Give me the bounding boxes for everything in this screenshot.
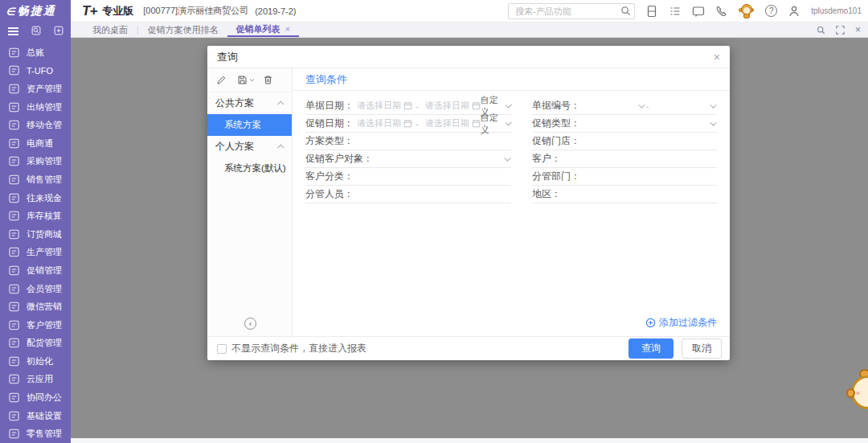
- calendar-icon[interactable]: [472, 101, 481, 110]
- conditions-area: 查询条件 单据日期： 请选择日期 - 请选择日期 自定义: [293, 68, 730, 336]
- calendar-icon[interactable]: [472, 119, 481, 128]
- promotion-customer-target-dropdown[interactable]: [504, 157, 511, 162]
- sidebar-item-member-management[interactable]: 会员管理: [0, 280, 71, 298]
- sidebar-item-basic-settings[interactable]: 基础设置: [0, 407, 71, 425]
- sidebar-item-collaboration[interactable]: 协同办公: [0, 388, 71, 407]
- app-window: ∈ 畅捷通 总账: [0, 0, 868, 443]
- chevron-down-icon[interactable]: [710, 101, 716, 108]
- sidebar-item-wechat-marketing[interactable]: 微信营销: [0, 297, 71, 316]
- tab-my-desktop[interactable]: 我的桌面: [84, 23, 137, 37]
- wechat-icon: [8, 301, 20, 313]
- dialog-title-bar: 查询 ×: [207, 46, 730, 68]
- sidebar-item-purchase-management[interactable]: 采购管理: [0, 153, 71, 171]
- collaboration-icon: [8, 392, 20, 404]
- promotion-type-dropdown[interactable]: [710, 121, 717, 126]
- collapse-panel-icon[interactable]: ‹: [244, 318, 256, 330]
- calendar-icon[interactable]: [403, 101, 412, 110]
- sidebar-menu: 总账 T-UFO 资产管理: [0, 43, 71, 443]
- hamburger-menu-icon[interactable]: [8, 26, 18, 37]
- message-window-icon[interactable]: [692, 5, 705, 18]
- monkey-mascot-icon[interactable]: [739, 3, 755, 19]
- scheme-group-personal[interactable]: 个人方案: [207, 136, 292, 158]
- edit-icon[interactable]: [216, 75, 227, 85]
- mall-icon: [8, 228, 20, 240]
- sidebar-item-initialization[interactable]: 初始化: [0, 352, 71, 371]
- user-icon[interactable]: [788, 5, 800, 18]
- sidebar-item-distribution-management[interactable]: 配货管理: [0, 334, 71, 353]
- field-responsible-department: 分管部门：: [532, 168, 717, 186]
- delete-icon[interactable]: [263, 75, 273, 85]
- dialog-close-icon[interactable]: ×: [714, 51, 720, 63]
- distribution-icon: [8, 337, 20, 349]
- phone-icon[interactable]: [715, 5, 728, 18]
- chevron-down-icon: [504, 154, 510, 161]
- scheme-toolbar: [207, 68, 292, 92]
- scheme-group-public[interactable]: 公共方案: [207, 92, 292, 114]
- sidebar-item-retail-management[interactable]: 零售管理: [0, 425, 71, 443]
- purchase-icon: [8, 155, 20, 167]
- search-panel-icon[interactable]: [31, 26, 41, 38]
- sidebar-item-order-mall[interactable]: 订货商城: [0, 225, 71, 244]
- customer-icon: [8, 319, 20, 331]
- date-end-input[interactable]: 请选择日期: [425, 100, 469, 112]
- sidebar-item-mobile-warehouse[interactable]: 移动仓管: [0, 116, 71, 134]
- sidebar-item-cashier-management[interactable]: 出纳管理: [0, 98, 71, 117]
- calculator-icon[interactable]: [645, 5, 658, 18]
- ledger-icon: [8, 47, 20, 59]
- calendar-icon[interactable]: [403, 119, 412, 128]
- sidebar-item-cash-transactions[interactable]: 往来现金: [0, 189, 71, 207]
- sidebar-item-inventory-accounting[interactable]: 库存核算: [0, 207, 71, 225]
- cancel-button[interactable]: 取消: [682, 338, 722, 359]
- date-start-input[interactable]: 请选择日期: [357, 100, 401, 112]
- tabbar-close-icon[interactable]: ×: [855, 24, 861, 35]
- field-customer-category: 客户分类：: [305, 168, 511, 186]
- production-icon: [8, 246, 20, 258]
- tplus-logo: T+: [82, 3, 96, 19]
- chevron-up-icon: [277, 100, 284, 107]
- tab-close-icon[interactable]: ×: [285, 24, 290, 34]
- sidebar-item-cloud-apps[interactable]: 云应用: [0, 371, 71, 389]
- sidebar-item-asset-management[interactable]: 资产管理: [0, 80, 71, 98]
- cashier-icon: [8, 101, 20, 113]
- chevron-down-icon[interactable]: [638, 101, 645, 108]
- sidebar-item-sales-management[interactable]: 销售管理: [0, 170, 71, 189]
- search-input[interactable]: [508, 3, 635, 19]
- field-customer: 客户：: [532, 150, 717, 168]
- username[interactable]: tplusdemo101: [811, 6, 862, 15]
- date-start-input[interactable]: 请选择日期: [357, 117, 401, 129]
- add-filter-link[interactable]: 添加过滤条件: [645, 316, 717, 330]
- field-promotion-customer-target: 促销客户对象：: [305, 150, 511, 168]
- sidebar-item-ecommerce[interactable]: 电商通: [0, 134, 71, 153]
- tab-promotion-list[interactable]: 促销单列表 ×: [227, 23, 299, 37]
- chanjet-logo: ∈ 畅捷通: [0, 0, 71, 23]
- sidebar-item-promotion-management[interactable]: 促销管理: [0, 261, 71, 280]
- date-end-input[interactable]: 请选择日期: [425, 117, 469, 129]
- field-responsible-person: 分管人员：: [305, 186, 511, 203]
- chevron-down-icon: [250, 76, 255, 81]
- search-icon[interactable]: [620, 6, 631, 18]
- task-list-icon[interactable]: [669, 5, 682, 18]
- top-bar: T+ 专业版 [000777]演示丽佳商贸公司 (2019-7-2): [71, 0, 868, 23]
- tabbar-search-icon[interactable]: [817, 26, 825, 35]
- fullscreen-icon[interactable]: [836, 26, 845, 35]
- product-search: [508, 3, 635, 19]
- sidebar-item-general-ledger[interactable]: 总账: [0, 43, 71, 62]
- chevron-down-icon: [506, 119, 512, 125]
- new-window-icon[interactable]: [54, 26, 63, 38]
- conditions-header: 查询条件: [293, 68, 730, 91]
- save-icon[interactable]: [237, 75, 252, 85]
- query-dialog: 查询 × 公共方案: [207, 46, 730, 360]
- field-promotion-type: 促销类型：: [532, 115, 717, 133]
- sidebar-item-tufo[interactable]: T-UFO: [0, 62, 71, 80]
- sidebar: ∈ 畅捷通 总账: [0, 0, 71, 443]
- query-button[interactable]: 查询: [628, 338, 674, 359]
- date-mode-dropdown[interactable]: 自定义: [481, 112, 511, 136]
- chevron-down-icon: [710, 119, 716, 125]
- help-icon[interactable]: ?: [765, 5, 777, 17]
- sidebar-item-production-management[interactable]: 生产管理: [0, 244, 71, 262]
- scheme-item-system[interactable]: 系统方案: [207, 114, 292, 136]
- skip-conditions-checkbox[interactable]: [217, 344, 227, 354]
- tab-promotion-ranking[interactable]: 促销方案使用排名: [139, 23, 227, 37]
- sidebar-item-customer-management[interactable]: 客户管理: [0, 316, 71, 334]
- scheme-item-system-default[interactable]: 系统方案(默认): [207, 158, 292, 179]
